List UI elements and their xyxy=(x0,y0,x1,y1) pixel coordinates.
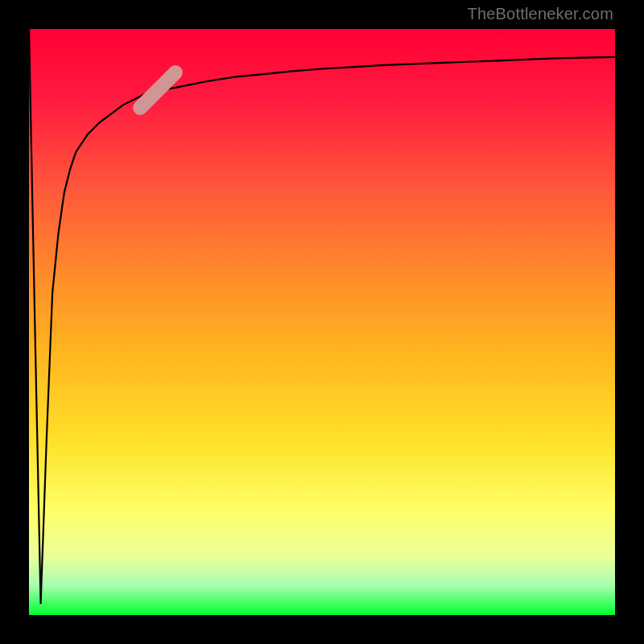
attribution-text: TheBottleneker.com xyxy=(468,5,613,23)
bottleneck-marker xyxy=(130,63,185,118)
plot-area xyxy=(29,29,615,615)
curve-path xyxy=(29,29,615,603)
chart-frame: TheBottleneker.com xyxy=(0,0,644,644)
curve-svg xyxy=(29,29,615,615)
